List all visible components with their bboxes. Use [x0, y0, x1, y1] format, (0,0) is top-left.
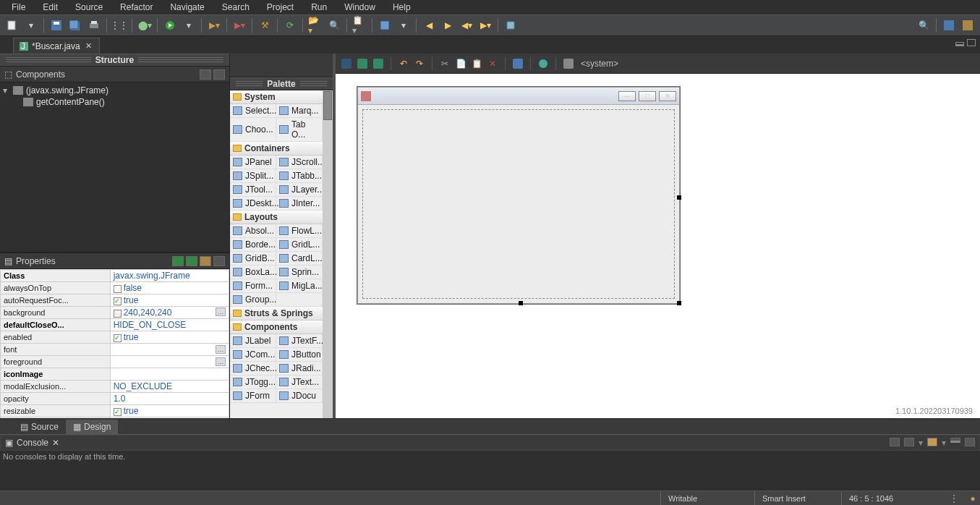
prop-key[interactable]: opacity [1, 393, 111, 405]
dt-cut-icon[interactable]: ✂ [438, 57, 451, 70]
palette-item[interactable]: JText... [276, 375, 323, 389]
palette-item[interactable]: FlowL... [276, 224, 323, 238]
open-task-icon[interactable]: 📋▾ [352, 18, 367, 33]
prop-more-button[interactable]: … [216, 357, 226, 366]
prop-value[interactable]: … [110, 356, 229, 368]
prop-value[interactable] [110, 368, 229, 381]
dt-redo-icon[interactable]: ↷ [413, 57, 426, 70]
palette-item[interactable]: JTool... [230, 183, 276, 197]
palette-item[interactable]: JButton [276, 348, 323, 362]
prop-value[interactable]: ✓true [110, 294, 229, 307]
menu-search[interactable]: Search [213, 1, 258, 14]
palette-item[interactable]: JTabb... [276, 169, 323, 183]
editor-tab[interactable]: J *Buscar.java ✕ [13, 38, 100, 54]
content-pane[interactable] [362, 109, 675, 299]
menu-file[interactable]: File [3, 1, 34, 14]
run-icon[interactable] [163, 18, 177, 33]
run-last-icon[interactable]: ▶▾ [232, 18, 247, 33]
jframe-preview[interactable]: — □ ✕ [357, 87, 680, 304]
dt-undo2-icon[interactable]: ↶ [397, 57, 410, 70]
prop-tool2-icon[interactable] [186, 256, 197, 266]
console-min-icon[interactable] [950, 438, 960, 443]
prop-key[interactable]: enabled [1, 331, 111, 344]
palette-item[interactable]: JInter... [276, 197, 323, 211]
prop-key[interactable]: resizable [1, 405, 111, 417]
palette-item[interactable]: Form... [230, 279, 276, 293]
refresh-icon[interactable]: ⟳ [283, 18, 297, 33]
menu-source[interactable]: Source [67, 1, 111, 14]
palette-item[interactable]: JSplit... [230, 169, 276, 183]
prop-key[interactable]: modalExclusion... [1, 381, 111, 393]
dt-laf-icon[interactable] [562, 57, 575, 70]
save-all-icon[interactable] [68, 18, 82, 33]
console-open-icon[interactable] [927, 438, 937, 446]
prop-value[interactable]: … [110, 344, 229, 356]
prop-key[interactable]: autoRequestFoc... [1, 294, 111, 307]
system-laf-label[interactable]: <system> [581, 59, 618, 69]
design-canvas[interactable]: — □ ✕ 1.10.1.202203170939 [336, 74, 980, 418]
palette-item[interactable]: JForm [230, 389, 276, 403]
maximize-view-icon[interactable] [967, 39, 976, 46]
palette-item[interactable]: Select... [230, 104, 276, 118]
java-perspective-icon[interactable] [960, 18, 975, 33]
palette-item[interactable]: CardL... [276, 252, 323, 266]
dt-delete-icon[interactable]: ✕ [486, 57, 499, 70]
palette-category[interactable]: Components [230, 321, 323, 334]
dt-paste-icon[interactable]: 📋 [470, 57, 483, 70]
prop-value[interactable]: javax.swing.JFrame [110, 270, 229, 282]
tree-root[interactable]: ▾ (javax.swing.JFrame) [3, 85, 226, 96]
properties-grid[interactable]: Classjavax.swing.JFramealwaysOnTopfalsea… [0, 269, 229, 418]
console-max-icon[interactable] [965, 438, 975, 446]
perspective-icon[interactable] [942, 18, 956, 33]
prop-key[interactable]: foreground [1, 356, 111, 368]
menu-edit[interactable]: Edit [34, 1, 67, 14]
prop-key[interactable]: defaultCloseO... [1, 319, 111, 331]
palette-category[interactable]: System [230, 90, 323, 104]
palette-item[interactable]: Absol... [230, 224, 276, 238]
dt-undo-icon[interactable] [340, 57, 353, 70]
minimize-view-icon[interactable] [955, 42, 964, 46]
palette-item[interactable]: GridL... [276, 238, 323, 252]
prop-more-button[interactable]: … [216, 345, 226, 354]
palette-item[interactable]: Sprin... [276, 266, 323, 279]
prop-key[interactable]: Class [1, 270, 111, 282]
fwd-icon[interactable]: ▶ [440, 18, 455, 33]
palette-item[interactable]: Choo... [230, 118, 276, 142]
close-button[interactable]: ✕ [659, 91, 676, 101]
palette-item[interactable]: MigLa... [276, 279, 323, 293]
palette-item[interactable]: JLayer... [276, 183, 323, 197]
console-pin-icon[interactable] [890, 438, 900, 446]
expand-icon[interactable] [200, 69, 211, 80]
toggle-icon[interactable]: ⋮⋮ [112, 18, 127, 33]
save-icon[interactable] [49, 18, 64, 33]
palette-item[interactable]: JLabel [230, 334, 276, 348]
palette-item[interactable]: BoxLa... [230, 266, 276, 279]
dt-reparse-icon[interactable] [372, 57, 385, 70]
minimize-button[interactable]: — [618, 91, 636, 101]
open-type-icon[interactable]: 📂▾ [308, 18, 323, 33]
dt-globe-icon[interactable] [537, 57, 550, 70]
palette-item[interactable]: Marq... [276, 104, 323, 118]
prop-tool1-icon[interactable] [172, 256, 184, 266]
component-tree[interactable]: ▾ (javax.swing.JFrame) getContentPane() [0, 82, 229, 252]
palette-item[interactable]: GridB... [230, 252, 276, 266]
new-icon[interactable] [5, 18, 20, 33]
palette-item[interactable]: JDocu [276, 389, 323, 403]
menu-refactor[interactable]: Refactor [111, 1, 161, 14]
prop-value[interactable]: ✓true [110, 405, 229, 417]
run-dropdown-icon[interactable]: ▾ [182, 18, 196, 33]
menu-window[interactable]: Window [336, 1, 384, 14]
palette-item[interactable]: JRadi... [276, 362, 323, 375]
menu-run[interactable]: Run [302, 1, 336, 14]
expand-arrow-icon[interactable]: ▾ [3, 85, 10, 96]
prop-key[interactable]: alwaysOnTop [1, 282, 111, 294]
prop-key[interactable]: background [1, 307, 111, 319]
prop-value[interactable] [110, 417, 229, 419]
close-tab-icon[interactable]: ✕ [84, 41, 93, 51]
prop-value[interactable]: HIDE_ON_CLOSE [110, 319, 229, 331]
collapse-icon[interactable] [213, 69, 225, 80]
dt-copy-icon[interactable]: 📄 [454, 57, 467, 70]
tree-child[interactable]: getContentPane() [3, 96, 226, 108]
ext-tools-dd-icon[interactable]: ▾ [396, 18, 411, 33]
palette-item[interactable]: JChec... [230, 362, 276, 375]
